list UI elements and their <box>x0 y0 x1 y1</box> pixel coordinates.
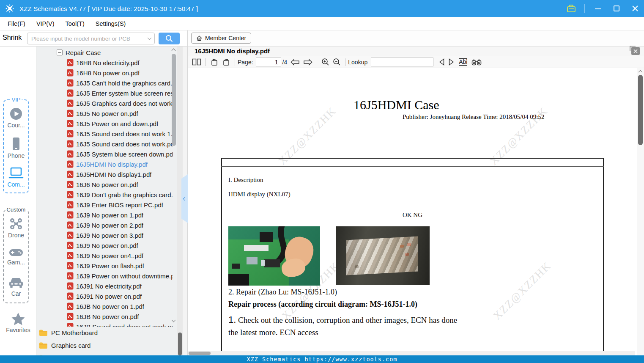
shrink-button[interactable]: Shrink <box>3 34 22 41</box>
tree-file-row[interactable]: 16J5 Power on and down.pdf <box>36 118 173 129</box>
tree-file-row[interactable]: 16J91 No electricity.pdf <box>36 281 173 291</box>
collapse-toggle-icon[interactable] <box>57 50 63 55</box>
pdf-file-icon <box>67 231 74 239</box>
pdf-file-icon <box>67 302 74 310</box>
tree-file-row[interactable]: 16J5 Enter system blue screen restart.pd… <box>36 88 173 98</box>
repair-line: 2. Repair (Zhao Lu: MS-16J51-1.0) <box>228 288 337 297</box>
page-number-input[interactable] <box>256 58 281 66</box>
pdf-hscrollbar-thumb[interactable] <box>189 352 211 355</box>
tree-scrollbar-thumb[interactable] <box>172 54 176 146</box>
two-page-view-button[interactable] <box>190 58 203 66</box>
folder-row[interactable]: PC Motherboard <box>36 326 177 339</box>
sidebar-item-game[interactable]: Gam... <box>4 248 28 266</box>
sidebar-item-phone[interactable]: Phone <box>4 137 28 159</box>
sidebar-item-computer[interactable]: Com... <box>4 166 28 188</box>
menu-item[interactable]: VIP(V) <box>36 20 55 27</box>
sidebar-item-favorites[interactable]: Favorites <box>0 312 36 333</box>
tree-file-row[interactable]: 16J6 No power on.pdf <box>36 179 173 190</box>
tree-file-row[interactable]: 16J9 Power on flash.pdf <box>36 261 173 271</box>
tree-file-row[interactable]: 16J9 No power on 2.pdf <box>36 220 173 230</box>
minimize-button[interactable] <box>592 3 603 14</box>
tree-file-list: Repair Case 16H8 No electricity.pdf <box>36 47 173 327</box>
category-sidebar: VIP Cour... Phone Com... Custom <box>0 47 36 355</box>
tree-file-label: 16JB No power on.pdf <box>76 313 139 320</box>
lookup-input[interactable] <box>371 58 433 66</box>
tree-file-row[interactable]: 16J5 Sound card does not work 1.pdf <box>36 129 173 139</box>
sidebar-item-car[interactable]: Car <box>4 276 28 297</box>
gamepad-icon <box>8 248 24 258</box>
tree-file-row[interactable]: 16J5 Can't hold the graphics card.pdf <box>36 78 173 88</box>
tree-file-label: 16J5 Graphics card does not work.pdf <box>76 100 173 107</box>
search-button[interactable] <box>159 33 180 44</box>
tree-file-row[interactable]: 16J91 No power on.pdf <box>36 291 173 301</box>
scroll-down-icon[interactable] <box>172 318 176 322</box>
pdf-file-icon <box>67 282 74 290</box>
rotate-right-button[interactable] <box>220 58 232 66</box>
tree-file-row[interactable]: 16J9 No power on4..pdf <box>36 250 173 261</box>
tree-file-row[interactable]: 16J9 No power on 3.pdf <box>36 230 173 240</box>
step-line-2: the latest more. ECN access <box>228 328 318 337</box>
tree-file-row[interactable]: 16H8 No electricity.pdf <box>36 58 173 68</box>
rotate-left-button[interactable] <box>208 58 220 66</box>
briefcase-icon[interactable] <box>566 3 577 14</box>
scroll-up-icon[interactable] <box>172 49 176 53</box>
search-input[interactable] <box>27 33 155 44</box>
find-previous-button[interactable] <box>437 58 447 66</box>
tree-file-label: 16J9 Power on flash.pdf <box>76 262 144 270</box>
collapse-panel-handle[interactable] <box>181 174 188 223</box>
member-center-button[interactable]: Member Center <box>191 33 251 44</box>
sidebar-item-course[interactable]: Cour... <box>4 107 28 129</box>
tree-file-label: 16J9 No power on4..pdf <box>76 252 143 259</box>
tree-file-row[interactable]: 16J5HDMI No display.pdf <box>36 159 173 169</box>
tree-file-row[interactable]: 16J9 Power on without downtime.pdf <box>36 271 173 281</box>
ng-photo-screen <box>336 226 430 285</box>
pdf-scrollbar-thumb[interactable] <box>638 75 643 145</box>
sidebar-item-drone[interactable]: Drone <box>4 217 28 239</box>
status-bar: XZZ Schematics https://www.xzztools.com <box>0 355 644 363</box>
description-line: HDMI display (NXL07) <box>228 191 290 198</box>
find-next-button[interactable] <box>447 58 456 66</box>
folder-row[interactable]: Graphics card <box>36 339 177 352</box>
tree-file-row[interactable]: 16JB No power on 1.pdf <box>36 301 173 311</box>
menu-item[interactable]: Settings(S) <box>96 20 126 27</box>
tree-file-row[interactable]: 16J5 Sound card does not work.pdf <box>36 139 173 149</box>
match-case-button[interactable]: Abi <box>459 58 467 66</box>
menu-item[interactable]: Tool(T) <box>66 20 85 27</box>
tree-file-row[interactable]: 16J5 System blue screen down.pdf <box>36 149 173 159</box>
pdf-file-icon <box>67 99 74 107</box>
binoculars-icon[interactable] <box>470 59 483 66</box>
tree-file-label: 16J5 No power on.pdf <box>76 110 138 117</box>
tree-file-label: 16J91 No power on.pdf <box>76 293 142 300</box>
tree-root-row[interactable]: Repair Case <box>36 47 173 58</box>
close-button[interactable] <box>630 3 641 14</box>
tree-file-row[interactable]: 16H8 No power on.pdf <box>36 68 173 78</box>
tree-file-row[interactable]: 16J9 No power on 1.pdf <box>36 210 173 220</box>
active-document-tab[interactable]: 16J5HDMI No display.pdf <box>195 47 270 55</box>
page-total-label: /4 <box>282 59 288 66</box>
zoom-out-button[interactable] <box>331 58 343 66</box>
menu-bar: File(F) VIP(V) Tool(T) Settings(S) <box>0 17 644 30</box>
next-page-button[interactable] <box>301 59 314 66</box>
tree-file-row[interactable]: 16JB No power on.pdf <box>36 311 173 322</box>
tree-file-row[interactable]: 16J9 Don't grab the graphics card.pdf <box>36 190 173 200</box>
folder-row[interactable]: Monitor TV <box>36 352 177 355</box>
pdf-file-icon <box>67 292 74 300</box>
tree-file-row[interactable]: 16J9 No power on.pdf <box>36 240 173 250</box>
tree-file-row[interactable]: 16J5 No power on.pdf <box>36 108 173 118</box>
tab-separator <box>278 47 278 55</box>
menu-item[interactable]: File(F) <box>8 20 25 27</box>
pdf-file-icon <box>67 120 74 127</box>
scroll-up-icon[interactable] <box>639 70 643 74</box>
pdf-file-icon <box>67 110 74 117</box>
maximize-button[interactable] <box>611 3 622 14</box>
panel-scrollbar-thumb[interactable] <box>178 333 182 355</box>
document-pane: 16J5HDMI No display.pdf <box>188 47 644 355</box>
previous-page-button[interactable] <box>289 59 301 66</box>
ok-ng-label: OK NG <box>221 212 604 219</box>
tree-file-row[interactable]: 16J5HDMI No display1.pdf <box>36 169 173 179</box>
tree-file-row[interactable]: 16J9 Enter BIOS report PC.pdf <box>36 200 173 210</box>
close-all-tabs-button[interactable] <box>631 47 640 55</box>
zoom-in-button[interactable] <box>320 58 331 66</box>
tree-file-row[interactable]: 16J5 Graphics card does not work.pdf <box>36 98 173 108</box>
tree-root-label: Repair Case <box>66 49 101 56</box>
